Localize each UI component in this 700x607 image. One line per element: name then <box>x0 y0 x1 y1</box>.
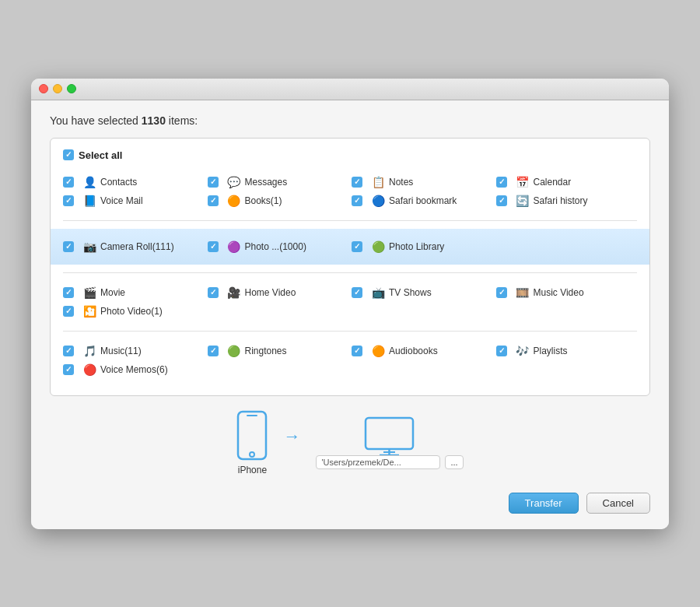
close-button[interactable] <box>39 84 48 93</box>
photo-video-checkbox[interactable] <box>63 306 74 317</box>
destination-path-input[interactable] <box>316 455 440 469</box>
tv-shows-checkbox[interactable] <box>352 287 362 298</box>
iphone-icon <box>236 410 268 461</box>
camera-roll-icon: 📷 <box>82 240 96 254</box>
list-item[interactable]: 🔴 Voice Memos(6) <box>63 363 205 377</box>
music-checkbox[interactable] <box>63 346 74 356</box>
ringtones-checkbox[interactable] <box>208 346 219 356</box>
window-body: You have selected 1130 items: Select all… <box>31 100 669 529</box>
movie-icon: 🎬 <box>82 286 96 300</box>
divider-3 <box>63 331 637 332</box>
list-item[interactable]: 🔵 Safari bookmark <box>352 194 493 208</box>
destination-path-row: ... <box>316 455 463 469</box>
books-checkbox[interactable] <box>208 195 219 206</box>
contacts-label: Contacts <box>100 177 137 188</box>
list-item[interactable]: 🎥 Home Video <box>208 286 349 300</box>
photo-albums-icon: 🟣 <box>227 240 241 254</box>
music-video-checkbox[interactable] <box>496 287 507 298</box>
messages-icon: 💬 <box>227 175 241 189</box>
photo-library-icon: 🟢 <box>371 240 385 254</box>
messages-label: Messages <box>245 177 288 188</box>
messages-checkbox[interactable] <box>208 177 219 188</box>
list-item[interactable]: 🟠 Books(1) <box>208 194 349 208</box>
list-item[interactable]: 📋 Notes <box>352 175 493 189</box>
divider-1 <box>63 220 637 221</box>
transfer-button[interactable]: Transfer <box>509 493 579 514</box>
videos-grid: 🎬 Movie 🎥 Home Video 📺 TV Shows <box>63 281 637 323</box>
music-label: Music(11) <box>100 346 142 356</box>
movie-label: Movie <box>100 287 125 298</box>
calendar-checkbox[interactable] <box>496 177 507 188</box>
tv-shows-label: TV Shows <box>389 287 432 298</box>
info-grid: 👤 Contacts 💬 Messages 📋 Notes <box>63 170 637 212</box>
section-music: 🎵 Music(11) 🟢 Ringtones 🟠 Audiobooks <box>63 339 637 381</box>
section-info: 👤 Contacts 💬 Messages 📋 Notes <box>63 170 637 212</box>
list-item[interactable]: 🟠 Audiobooks <box>352 344 493 358</box>
select-all-row: Select all <box>63 149 637 161</box>
cancel-button[interactable]: Cancel <box>586 493 650 514</box>
movie-checkbox[interactable] <box>63 287 74 298</box>
select-all-checkbox[interactable] <box>63 149 74 160</box>
books-label: Books(1) <box>245 195 282 206</box>
safari-bookmark-icon: 🔵 <box>371 194 385 208</box>
calendar-icon: 📅 <box>516 175 530 189</box>
home-video-checkbox[interactable] <box>208 287 219 298</box>
music-video-label: Music Video <box>534 287 584 298</box>
list-item[interactable]: 🎦 Photo Video(1) <box>63 304 205 318</box>
items-panel: Select all 👤 Contacts 💬 Messages <box>50 138 650 396</box>
safari-history-label: Safari history <box>534 195 588 206</box>
maximize-button[interactable] <box>67 84 76 93</box>
safari-hist-checkbox[interactable] <box>496 195 507 206</box>
contacts-checkbox[interactable] <box>63 177 74 188</box>
list-item[interactable]: 🟢 Photo Library <box>352 240 493 254</box>
list-item[interactable]: 🟢 Ringtones <box>208 344 349 358</box>
books-icon: 🟠 <box>227 194 241 208</box>
section-photos: 📷 Camera Roll(111) 🟣 Photo ...(1000) 🟢 P… <box>51 229 649 265</box>
audiobooks-label: Audiobooks <box>389 346 438 356</box>
audiobooks-checkbox[interactable] <box>352 346 362 356</box>
list-item[interactable]: 👤 Contacts <box>63 175 205 189</box>
titlebar <box>31 79 669 100</box>
list-item[interactable]: 🟣 Photo ...(1000) <box>208 240 349 254</box>
calendar-label: Calendar <box>534 177 572 188</box>
list-item[interactable]: 📺 TV Shows <box>352 286 493 300</box>
selected-suffix: items: <box>166 114 198 127</box>
camera-roll-label: Camera Roll(111) <box>100 241 174 252</box>
notes-checkbox[interactable] <box>352 177 362 188</box>
safari-history-icon: 🔄 <box>516 194 530 208</box>
photo-library-label: Photo Library <box>389 241 444 252</box>
music-icon: 🎵 <box>82 344 96 358</box>
minimize-button[interactable] <box>53 84 62 93</box>
browse-button[interactable]: ... <box>445 455 463 469</box>
safari-bm-checkbox[interactable] <box>352 195 362 206</box>
camera-roll-checkbox[interactable] <box>63 241 74 252</box>
playlists-checkbox[interactable] <box>496 346 507 356</box>
list-item[interactable]: 🔄 Safari history <box>496 194 638 208</box>
ringtones-icon: 🟢 <box>227 344 241 358</box>
selected-prefix: You have selected <box>50 114 142 127</box>
ringtones-label: Ringtones <box>245 346 287 356</box>
transfer-row: iPhone → ... <box>236 410 463 475</box>
destination-device: ... <box>316 416 463 469</box>
voice-memos-checkbox[interactable] <box>63 364 74 375</box>
photo-library-checkbox[interactable] <box>352 241 362 252</box>
transfer-arrow-icon: → <box>283 426 300 447</box>
monitor-icon <box>364 416 415 459</box>
photo-albums-label: Photo ...(1000) <box>245 241 306 252</box>
home-video-icon: 🎥 <box>227 286 241 300</box>
list-item[interactable]: 📘 Voice Mail <box>63 194 205 208</box>
main-window: You have selected 1130 items: Select all… <box>31 79 669 529</box>
list-item[interactable]: 💬 Messages <box>208 175 349 189</box>
home-video-label: Home Video <box>245 287 296 298</box>
list-item[interactable]: 🎶 Playlists <box>496 344 638 358</box>
select-all-label: Select all <box>79 149 122 161</box>
footer-buttons: Transfer Cancel <box>50 493 650 514</box>
list-item[interactable]: 🎞️ Music Video <box>496 286 638 300</box>
voicemail-checkbox[interactable] <box>63 195 74 206</box>
list-item[interactable]: 📷 Camera Roll(111) <box>63 240 205 254</box>
list-item[interactable]: 📅 Calendar <box>496 175 638 189</box>
list-item[interactable]: 🎬 Movie <box>63 286 205 300</box>
selected-number: 1130 <box>142 114 166 127</box>
photo-albums-checkbox[interactable] <box>208 241 219 252</box>
list-item[interactable]: 🎵 Music(11) <box>63 344 205 358</box>
